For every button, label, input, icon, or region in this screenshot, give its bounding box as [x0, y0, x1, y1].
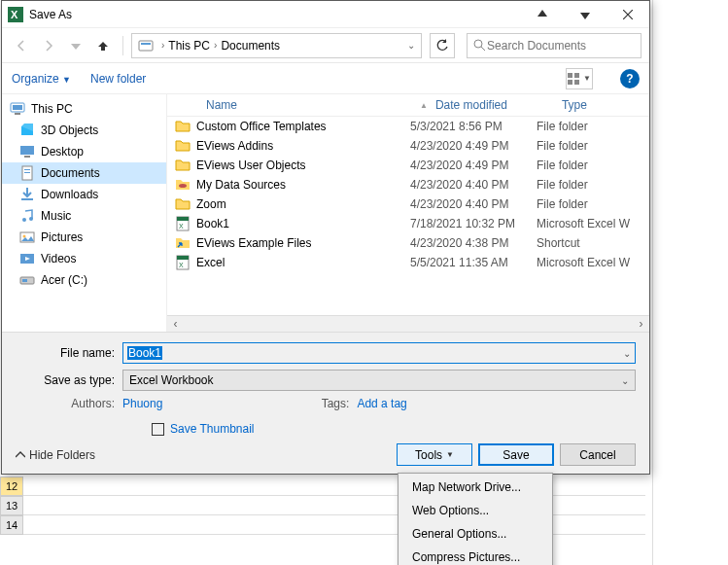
- tree-label: Documents: [41, 166, 100, 180]
- svg-rect-17: [24, 169, 30, 170]
- svg-point-27: [179, 184, 187, 188]
- file-row[interactable]: EViews Example Files4/23/2020 4:38 PMSho…: [167, 233, 649, 253]
- row-header-14[interactable]: 14: [0, 515, 23, 535]
- col-name[interactable]: Name: [177, 98, 420, 112]
- tree-item-acer-c-[interactable]: Acer (C:): [2, 269, 166, 291]
- menu-item-map-network-drive-[interactable]: Map Network Drive...: [400, 476, 550, 499]
- help-button[interactable]: ?: [620, 69, 640, 88]
- file-date: 7/18/2021 10:32 PM: [410, 217, 537, 230]
- breadcrumb-segment[interactable]: This PC: [168, 39, 210, 53]
- tools-button[interactable]: Tools▼: [397, 443, 472, 466]
- tree-item-documents[interactable]: Documents: [2, 162, 166, 184]
- file-row[interactable]: EViews Addins4/23/2020 4:49 PMFile folde…: [167, 136, 649, 156]
- file-type: File folder: [537, 139, 649, 153]
- new-folder-button[interactable]: New folder: [90, 72, 146, 86]
- datasrc-icon: [175, 177, 191, 193]
- horizontal-scrollbar[interactable]: ‹ ›: [167, 315, 649, 332]
- tags-value[interactable]: Add a tag: [357, 397, 406, 410]
- col-type[interactable]: Type: [562, 98, 649, 112]
- filename-value: Book1: [127, 346, 162, 360]
- tree-label: Videos: [41, 252, 76, 265]
- tree-item-music[interactable]: Music: [2, 205, 166, 227]
- view-options-button[interactable]: ▼: [566, 68, 593, 89]
- save-button[interactable]: Save: [478, 443, 554, 466]
- folder-icon: [19, 165, 35, 181]
- menu-item-compress-pictures-[interactable]: Compress Pictures...: [400, 546, 550, 565]
- save-as-dialog: X Save As › This PC › Documents ⌄ Organi…: [1, 0, 650, 475]
- navigation-tree[interactable]: This PC 3D ObjectsDesktopDocumentsDownlo…: [2, 94, 167, 332]
- cancel-button[interactable]: Cancel: [560, 443, 636, 466]
- svg-rect-15: [24, 156, 30, 158]
- svg-rect-26: [22, 279, 27, 282]
- tree-item-downloads[interactable]: Downloads: [2, 184, 166, 205]
- chevron-down-icon[interactable]: ⌄: [623, 348, 631, 359]
- svg-text:X: X: [179, 223, 184, 230]
- nav-back-button[interactable]: [10, 34, 33, 57]
- organize-menu[interactable]: Organize ▼: [12, 72, 71, 86]
- folder-icon: [19, 187, 35, 202]
- search-box[interactable]: [467, 33, 641, 58]
- tree-item-pictures[interactable]: Pictures: [2, 227, 166, 248]
- svg-rect-6: [568, 73, 572, 78]
- tree-this-pc[interactable]: This PC: [2, 98, 166, 120]
- row-header-12[interactable]: 12: [0, 477, 23, 496]
- nav-recent-button[interactable]: [64, 34, 87, 57]
- file-date: 5/3/2021 8:56 PM: [410, 120, 537, 133]
- file-list[interactable]: Custom Office Templates5/3/2021 8:56 PMF…: [167, 117, 649, 315]
- file-type: File folder: [537, 197, 649, 211]
- authors-value[interactable]: Phuong: [122, 397, 162, 410]
- chevron-down-icon: ▼: [446, 450, 454, 459]
- chevron-down-icon[interactable]: ⌄: [621, 375, 629, 386]
- row-header-13[interactable]: 13: [0, 496, 23, 515]
- file-row[interactable]: XBook17/18/2021 10:32 PMMicrosoft Excel …: [167, 214, 649, 233]
- down-window-button[interactable]: [564, 1, 607, 28]
- svg-rect-4: [141, 43, 151, 45]
- folder-icon: [175, 196, 191, 212]
- folder-icon: [175, 119, 191, 134]
- scroll-right-icon[interactable]: ›: [633, 316, 649, 333]
- file-row[interactable]: Zoom4/23/2020 4:40 PMFile folder: [167, 194, 649, 214]
- breadcrumb[interactable]: › This PC › Documents ⌄: [131, 33, 422, 58]
- scroll-left-icon[interactable]: ‹: [167, 316, 184, 333]
- folder-icon: [19, 251, 35, 266]
- tools-menu: Map Network Drive...Web Options...Genera…: [398, 473, 553, 565]
- filetype-label: Save as type:: [16, 373, 122, 387]
- tree-item-desktop[interactable]: Desktop: [2, 141, 166, 162]
- breadcrumb-dropdown-icon[interactable]: ⌄: [407, 40, 415, 51]
- dialog-title: Save As: [29, 8, 72, 21]
- breadcrumb-segment[interactable]: Documents: [221, 39, 280, 53]
- file-row[interactable]: XExcel5/5/2021 11:35 AMMicrosoft Excel W: [167, 253, 649, 272]
- file-row[interactable]: EViews User Objects4/23/2020 4:49 PMFile…: [167, 156, 649, 175]
- file-date: 4/23/2020 4:38 PM: [410, 236, 537, 250]
- menu-item-web-options-[interactable]: Web Options...: [400, 499, 550, 522]
- file-date: 4/23/2020 4:40 PM: [410, 197, 537, 211]
- file-row[interactable]: My Data Sources4/23/2020 4:40 PMFile fol…: [167, 175, 649, 194]
- col-date[interactable]: Date modified: [435, 98, 562, 112]
- tree-item-3d-objects[interactable]: 3D Objects: [2, 120, 166, 141]
- location-icon: [138, 38, 154, 53]
- svg-rect-14: [20, 146, 34, 155]
- menu-item-general-options-[interactable]: General Options...: [400, 522, 550, 546]
- column-headers[interactable]: Name ▲ Date modified Type: [167, 94, 649, 117]
- organize-bar: Organize ▼ New folder ▼ ?: [2, 63, 649, 94]
- up-window-button[interactable]: [521, 1, 564, 28]
- close-button[interactable]: [607, 1, 649, 28]
- file-name: EViews User Objects: [196, 159, 305, 172]
- folder-icon: [19, 272, 35, 288]
- svg-rect-11: [13, 105, 22, 110]
- tree-item-videos[interactable]: Videos: [2, 248, 166, 269]
- svg-point-5: [474, 40, 482, 48]
- chevron-right-icon: ›: [157, 40, 168, 51]
- file-type: Shortcut: [537, 236, 649, 250]
- nav-forward-button[interactable]: [37, 34, 60, 57]
- filetype-select[interactable]: Excel Workbook ⌄: [122, 370, 636, 391]
- hide-folders-button[interactable]: Hide Folders: [16, 448, 95, 462]
- nav-up-button[interactable]: [91, 34, 115, 57]
- search-input[interactable]: [485, 38, 635, 53]
- file-name: EViews Example Files: [196, 236, 312, 250]
- file-row[interactable]: Custom Office Templates5/3/2021 8:56 PMF…: [167, 117, 649, 136]
- save-thumbnail-checkbox[interactable]: [152, 423, 164, 436]
- refresh-button[interactable]: [430, 33, 455, 58]
- tree-label: Music: [41, 209, 71, 223]
- filename-input[interactable]: Book1 ⌄: [122, 342, 636, 364]
